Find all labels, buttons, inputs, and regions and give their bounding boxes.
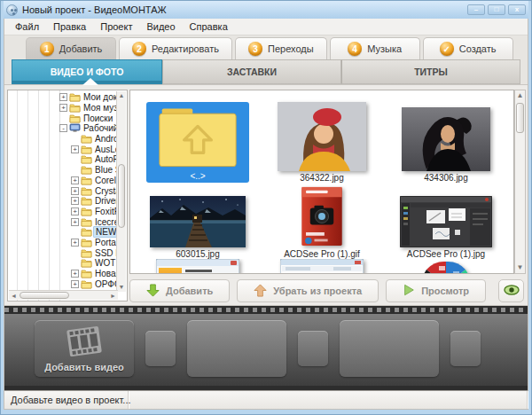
remove-from-project-button[interactable]: Убрать из проекта	[237, 279, 379, 302]
thumbnail-item-3[interactable]: 434306.jpg	[384, 94, 508, 183]
tree-item-3[interactable]: Поиски	[8, 113, 127, 123]
tree-expander-icon[interactable]: -	[59, 124, 67, 132]
tree-expander-icon[interactable]: +	[71, 270, 79, 278]
film-perforation-strip	[4, 306, 528, 314]
active-tab-pointer	[82, 78, 98, 85]
tree-vertical-scrollbar[interactable]: ▲ ▼	[116, 91, 126, 292]
thumbnails-scrollbar[interactable]: ▲ ▼	[514, 90, 526, 274]
tree-scrollbar-thumb[interactable]	[118, 164, 125, 228]
empty-clip-slot	[187, 320, 286, 377]
add-button[interactable]: Добавить	[129, 279, 230, 302]
tree-item-11[interactable]: +Driverl	[8, 196, 127, 207]
tree-item-14[interactable]: NEW	[8, 227, 127, 238]
thumbnails-scrollbar-thumb[interactable]	[516, 103, 524, 133]
thumbnail-item-6[interactable]: ACDSee Pro (1).jpg	[384, 183, 508, 259]
tree-expander-icon[interactable]: +	[71, 176, 79, 184]
scroll-left-icon[interactable]: ◄	[11, 291, 17, 300]
tree-expander-icon[interactable]: +	[71, 187, 79, 195]
scroll-up-icon[interactable]: ▲	[515, 91, 525, 100]
sub-tab-2[interactable]: ЗАСТАВКИ	[162, 59, 341, 84]
minimize-button[interactable]: –	[467, 4, 485, 15]
thumbnail-inner: 364322.jpg	[278, 102, 366, 183]
photo-night-pier	[150, 196, 246, 247]
transition-slot	[145, 331, 176, 366]
menu-item-1[interactable]: Файл	[8, 20, 46, 34]
tree-item-17[interactable]: WOT	[8, 258, 127, 269]
tree-item-10[interactable]: +Crysta	[8, 185, 127, 196]
step-tab-5[interactable]: ✓Создать	[423, 37, 513, 59]
folder-tree[interactable]: +Мои доку+Моя музыПоиски-Рабочий сAndroi…	[7, 90, 128, 301]
tree-item-13[interactable]: +Icecre	[8, 216, 127, 227]
add-video-slot[interactable]: Добавить видео	[35, 320, 134, 377]
thumbnail-label: ACDSee Pro (1).jpg	[407, 249, 485, 259]
tree-item-16[interactable]: SSD M	[8, 247, 127, 258]
folder-icon	[81, 217, 93, 227]
tree-expander-icon[interactable]: +	[59, 93, 67, 101]
app-window: Новый проект - ВидеоМОНТАЖ – □ x ФайлПра…	[0, 0, 532, 415]
tree-item-7[interactable]: AutoR	[8, 154, 127, 165]
tree-item-9[interactable]: +Corel	[8, 176, 127, 186]
tree-expander-icon[interactable]: +	[71, 218, 79, 226]
thumbnail-label: 364322.jpg	[300, 173, 344, 183]
close-button[interactable]: x	[508, 4, 526, 15]
scroll-right-icon[interactable]: ►	[110, 291, 116, 300]
step-tab-label: Переходы	[268, 43, 314, 54]
thumbnail-item-9[interactable]	[384, 259, 508, 274]
remove-button-label: Убрать из проекта	[273, 286, 362, 296]
tree-item-19[interactable]: +ОРФО	[8, 278, 127, 289]
image-flag-globe	[418, 259, 474, 274]
step-tab-4[interactable]: 4Музыка	[330, 37, 420, 59]
thumbnail-item-5[interactable]: ACDSee Pro (1).gif	[260, 183, 384, 259]
menu-item-2[interactable]: Правка	[46, 20, 93, 34]
tree-expander-icon[interactable]: +	[71, 239, 79, 247]
step-tab-3[interactable]: 3Переходы	[235, 37, 327, 59]
scroll-down-icon[interactable]: ▼	[515, 263, 525, 272]
tree-item-18[interactable]: +Новая	[8, 269, 127, 279]
preview-button-label: Просмотр	[421, 286, 469, 296]
maximize-button[interactable]: □	[488, 4, 505, 15]
menu-item-4[interactable]: Видео	[139, 20, 182, 34]
tree-item-15[interactable]: +Portab	[8, 238, 127, 248]
thumbnail-item-7[interactable]	[136, 259, 260, 274]
tree-expander-icon[interactable]: +	[71, 208, 79, 215]
sub-tab-3[interactable]: ТИТРЫ	[341, 59, 520, 84]
status-text: Добавьте видео в проект...	[11, 395, 131, 405]
step-tab-1[interactable]: 1Добавить	[26, 37, 116, 59]
scroll-down-icon[interactable]: ▼	[117, 283, 126, 292]
tree-item-2[interactable]: +Моя музы	[8, 103, 127, 114]
tree-item-1[interactable]: +Мои доку	[8, 92, 127, 103]
step-tab-2[interactable]: 2Редактировать	[119, 37, 232, 59]
tree-item-5[interactable]: Androi	[8, 134, 127, 145]
photo-woman-black-top	[402, 107, 490, 171]
preview-button[interactable]: Просмотр	[386, 279, 486, 302]
thumbnail-item-1[interactable]: <..>	[136, 94, 260, 183]
tree-expander-icon[interactable]: +	[59, 104, 67, 112]
tree-expander-icon[interactable]: +	[71, 280, 79, 288]
thumbnail-item-8[interactable]: Ace Translator	[260, 259, 384, 274]
view-mode-button[interactable]	[498, 279, 524, 302]
thumbnail-item-4[interactable]: 603015.jpg	[136, 183, 260, 259]
tree-expander-icon[interactable]: +	[71, 197, 79, 205]
thumbnail-item-2[interactable]: 364322.jpg	[260, 94, 384, 183]
folder-icon	[81, 248, 93, 258]
image-translator-window: Ace Translator	[280, 259, 364, 274]
scroll-up-icon[interactable]: ▲	[117, 91, 126, 100]
action-buttons: Добавить Убрать из проекта Просмотр	[129, 279, 486, 302]
status-bar: Добавьте видео в проект...	[4, 390, 528, 409]
tree-item-6[interactable]: +AusLo	[8, 144, 127, 154]
add-button-label: Добавить	[166, 286, 213, 296]
title-bar[interactable]: Новый проект - ВидеоМОНТАЖ – □ x	[4, 1, 528, 19]
tree-hscrollbar-thumb[interactable]	[20, 292, 69, 299]
tree-horizontal-scrollbar[interactable]: ◄ ►	[9, 290, 118, 300]
tree-item-4[interactable]: -Рабочий с	[8, 123, 127, 134]
transition-slot	[450, 331, 481, 366]
number-badge-icon: 1	[40, 42, 54, 56]
tree-expander-icon[interactable]: +	[71, 145, 79, 153]
photo-woman-red-hat	[278, 102, 366, 171]
tree-item-8[interactable]: Blue S	[8, 165, 127, 176]
tree-item-12[interactable]: +FoxitR	[8, 207, 127, 217]
menu-item-5[interactable]: Справка	[183, 20, 235, 34]
menu-item-3[interactable]: Проект	[93, 20, 139, 34]
step-tabs: 1Добавить2Редактировать3Переходы4Музыка✓…	[4, 35, 528, 59]
number-badge-icon: 2	[132, 42, 146, 56]
